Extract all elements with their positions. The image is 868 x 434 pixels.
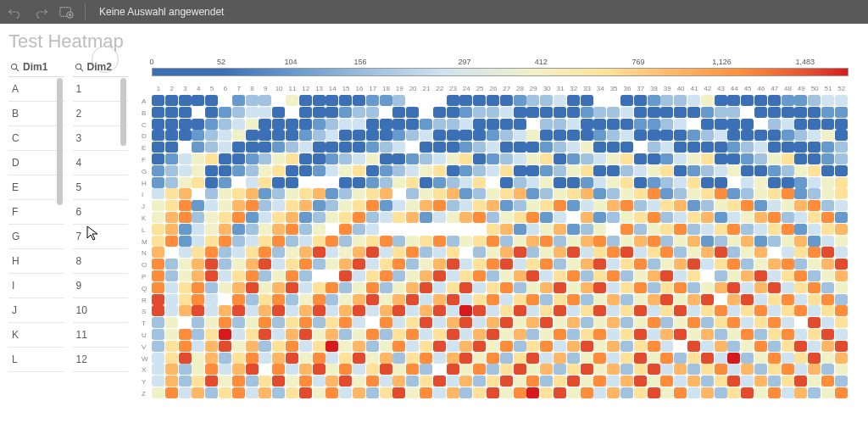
heatmap-cell[interactable] <box>473 107 486 118</box>
heatmap-cell[interactable] <box>219 305 231 316</box>
heatmap-cell[interactable] <box>634 165 647 176</box>
heatmap-cell[interactable] <box>192 364 204 375</box>
heatmap-cell[interactable] <box>326 165 338 176</box>
heatmap-cell[interactable] <box>715 341 727 352</box>
heatmap-cell[interactable] <box>674 224 687 235</box>
heatmap-cell[interactable] <box>192 130 204 141</box>
heatmap-cell[interactable] <box>192 341 204 352</box>
heatmap-cell[interactable] <box>687 236 700 247</box>
heatmap-cell[interactable] <box>620 165 633 176</box>
heatmap-cell[interactable] <box>487 188 499 199</box>
heatmap-cell[interactable] <box>473 259 486 270</box>
heatmap-cell[interactable] <box>339 177 352 188</box>
heatmap-cell[interactable] <box>152 341 164 352</box>
heatmap-cell[interactable] <box>205 259 218 270</box>
heatmap-cell[interactable] <box>165 376 178 387</box>
heatmap-cell[interactable] <box>500 142 513 153</box>
heatmap-cell[interactable] <box>406 341 419 352</box>
heatmap-cell[interactable] <box>313 165 326 176</box>
heatmap-cell[interactable] <box>835 200 848 211</box>
heatmap-cell[interactable] <box>821 224 834 235</box>
heatmap-cell[interactable] <box>179 212 192 223</box>
heatmap-cell[interactable] <box>554 387 566 398</box>
heatmap-cell[interactable] <box>794 305 807 316</box>
heatmap-cell[interactable] <box>299 200 312 211</box>
heatmap-cell[interactable] <box>339 119 352 130</box>
heatmap-cell[interactable] <box>526 294 539 305</box>
heatmap-cell[interactable] <box>420 376 432 387</box>
heatmap-cell[interactable] <box>754 329 767 340</box>
heatmap-cell[interactable] <box>794 188 807 199</box>
heatmap-cell[interactable] <box>339 305 352 316</box>
heatmap-cell[interactable] <box>593 353 606 364</box>
heatmap-cell[interactable] <box>299 224 312 235</box>
heatmap-cell[interactable] <box>593 200 606 211</box>
heatmap-cell[interactable] <box>205 188 218 199</box>
heatmap-cell[interactable] <box>821 259 834 270</box>
heatmap-cell[interactable] <box>192 317 204 328</box>
heatmap-cell[interactable] <box>165 341 178 352</box>
heatmap-cell[interactable] <box>380 130 392 141</box>
heatmap-cell[interactable] <box>593 165 606 176</box>
heatmap-cell[interactable] <box>808 259 821 270</box>
heatmap-cell[interactable] <box>687 142 700 153</box>
heatmap-cell[interactable] <box>272 341 285 352</box>
heatmap-cell[interactable] <box>366 224 379 235</box>
heatmap-cell[interactable] <box>192 200 204 211</box>
heatmap-cell[interactable] <box>593 188 606 199</box>
heatmap-cell[interactable] <box>286 387 298 398</box>
heatmap-cell[interactable] <box>554 153 566 164</box>
heatmap-cell[interactable] <box>514 165 526 176</box>
heatmap-cell[interactable] <box>326 353 338 364</box>
heatmap-cell[interactable] <box>420 329 432 340</box>
heatmap-cell[interactable] <box>660 387 673 398</box>
heatmap-cell[interactable] <box>447 130 459 141</box>
heatmap-cell[interactable] <box>192 212 204 223</box>
heatmap-cell[interactable] <box>808 188 821 199</box>
heatmap-cell[interactable] <box>660 247 673 258</box>
heatmap-cell[interactable] <box>620 200 633 211</box>
heatmap-cell[interactable] <box>581 353 593 364</box>
heatmap-cell[interactable] <box>634 317 647 328</box>
heatmap-cell[interactable] <box>326 247 338 258</box>
heatmap-cell[interactable] <box>219 130 231 141</box>
heatmap-cell[interactable] <box>727 305 740 316</box>
heatmap-cell[interactable] <box>634 282 647 293</box>
heatmap-cell[interactable] <box>205 341 218 352</box>
heatmap-cell[interactable] <box>660 165 673 176</box>
heatmap-cell[interactable] <box>593 294 606 305</box>
list-item[interactable]: J <box>8 298 64 323</box>
heatmap-cell[interactable] <box>620 236 633 247</box>
heatmap-cell[interactable] <box>433 341 446 352</box>
heatmap-cell[interactable] <box>634 247 647 258</box>
heatmap-cell[interactable] <box>727 364 740 375</box>
heatmap-cell[interactable] <box>205 119 218 130</box>
heatmap-cell[interactable] <box>660 376 673 387</box>
heatmap-cell[interactable] <box>567 387 580 398</box>
heatmap-cell[interactable] <box>794 200 807 211</box>
heatmap-cell[interactable] <box>473 270 486 281</box>
heatmap-cell[interactable] <box>634 270 647 281</box>
heatmap-cell[interactable] <box>648 305 660 316</box>
heatmap-cell[interactable] <box>459 236 472 247</box>
heatmap-cell[interactable] <box>272 353 285 364</box>
heatmap-cell[interactable] <box>620 282 633 293</box>
heatmap-cell[interactable] <box>392 247 405 258</box>
heatmap-cell[interactable] <box>754 294 767 305</box>
heatmap-cell[interactable] <box>660 353 673 364</box>
heatmap-cell[interactable] <box>219 329 231 340</box>
heatmap-cell[interactable] <box>554 212 566 223</box>
heatmap-cell[interactable] <box>326 259 338 270</box>
heatmap-cell[interactable] <box>433 387 446 398</box>
heatmap-cell[interactable] <box>540 165 553 176</box>
heatmap-cell[interactable] <box>514 153 526 164</box>
heatmap-cell[interactable] <box>567 236 580 247</box>
heatmap-cell[interactable] <box>447 341 459 352</box>
heatmap-cell[interactable] <box>715 270 727 281</box>
heatmap-cell[interactable] <box>152 317 164 328</box>
heatmap-cell[interactable] <box>392 353 405 364</box>
heatmap-cell[interactable] <box>660 130 673 141</box>
heatmap-cell[interactable] <box>835 317 848 328</box>
heatmap-cell[interactable] <box>500 270 513 281</box>
heatmap-cell[interactable] <box>152 130 164 141</box>
